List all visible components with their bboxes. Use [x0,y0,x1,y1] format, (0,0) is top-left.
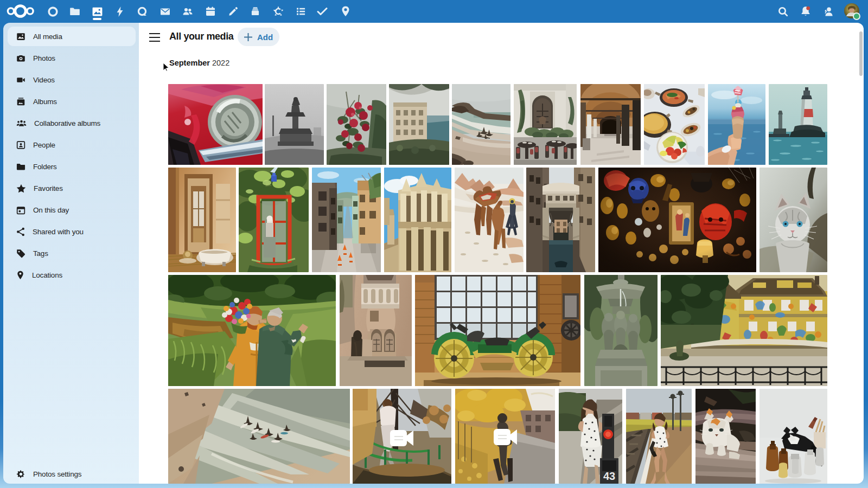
svg-text:43: 43 [603,470,615,482]
